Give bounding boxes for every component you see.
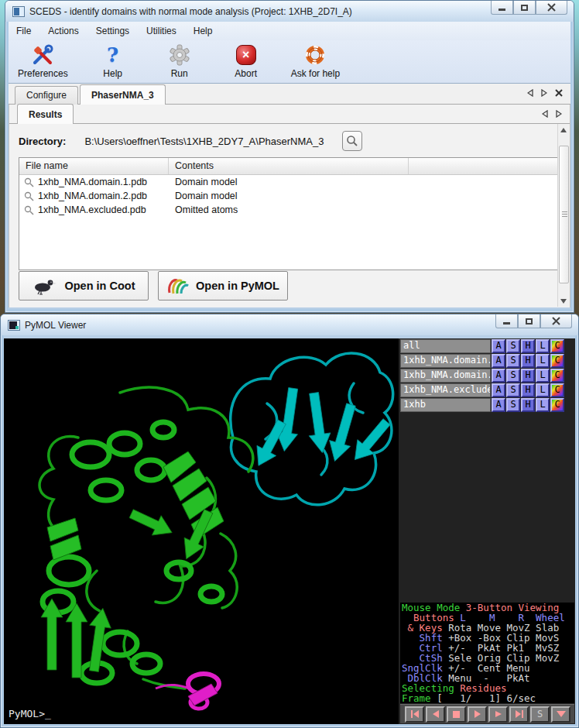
label-button[interactable]: L (536, 383, 550, 397)
protein-ribbon-scene (4, 338, 399, 724)
abort-button[interactable]: × Abort (224, 43, 268, 79)
tools-icon (31, 43, 54, 67)
ask-for-help-button[interactable]: Ask for help (291, 43, 340, 79)
browse-directory-button[interactable] (342, 131, 362, 151)
lifering-icon (304, 44, 326, 66)
action-button[interactable]: A (492, 354, 505, 368)
object-name[interactable]: 1xhb_NMA.exclude (400, 383, 491, 397)
play-button[interactable] (468, 706, 487, 723)
object-name[interactable]: 1xhb_NMA.domain. (400, 369, 491, 383)
action-button[interactable]: A (492, 383, 505, 397)
subtabstrip: Results (9, 105, 570, 124)
object-name[interactable]: 1xhb_NMA.domain. (400, 354, 491, 368)
results-panel: Results Directory: B:\Users\oeffner\Test… (9, 105, 570, 307)
show-button[interactable]: S (506, 398, 520, 412)
hide-button[interactable]: H (521, 354, 535, 368)
menu-actions[interactable]: Actions (48, 26, 78, 36)
label-button[interactable]: L (536, 354, 550, 368)
menu-toggle-button[interactable] (551, 706, 570, 723)
color-button[interactable]: C (550, 398, 564, 412)
directory-path: B:\Users\oeffner\Tests\1XHB_2DY7_A\Phase… (84, 136, 324, 147)
close-button[interactable] (536, 1, 567, 15)
pymol-client: PyMOL>_ all A S H L C 1xhb_NMA.domain. A… (4, 338, 575, 724)
playback-bar: S (400, 704, 574, 723)
menu-utilities[interactable]: Utilities (146, 26, 176, 36)
maximize-button[interactable] (513, 1, 536, 15)
show-button[interactable]: S (506, 339, 520, 353)
help-button[interactable]: ? Help (91, 43, 135, 79)
help-label: Help (103, 68, 122, 79)
tab-scroll-left-icon[interactable] (527, 89, 533, 97)
pymol-window: PyMOL Viewer (0, 314, 579, 728)
run-button[interactable]: Run (158, 43, 201, 79)
subtab-scroll-left-icon[interactable] (542, 110, 548, 118)
pymol-close-button[interactable] (540, 314, 572, 328)
hide-button[interactable]: H (521, 383, 535, 397)
color-button[interactable]: C (550, 339, 564, 353)
object-row: 1xhb A S H L C (400, 398, 574, 412)
preferences-button[interactable]: Preferences (18, 43, 68, 79)
pymol-window-icon (8, 320, 20, 331)
pymol-maximize-button[interactable] (518, 314, 540, 328)
skip-end-icon (515, 710, 524, 718)
action-button[interactable]: A (492, 369, 505, 383)
tab-phasernma3[interactable]: PhaserNMA_3 (80, 84, 166, 105)
label-button[interactable]: L (536, 398, 550, 412)
show-button[interactable]: S (506, 354, 520, 368)
sceds-titlebar[interactable]: SCEDS - identify domains with normal mod… (5, 1, 574, 22)
file-contents: Omitted atoms (169, 204, 409, 215)
toolbar: Preferences ? Help Run × (9, 40, 570, 84)
table-row[interactable]: 1xhb_NMA.domain.2.pdb Domain model (19, 189, 560, 203)
step-forward-button[interactable] (488, 706, 508, 723)
hide-button[interactable]: H (521, 369, 535, 383)
scrollbar-thumb[interactable] (559, 146, 569, 283)
object-row: 1xhb_NMA.domain. A S H L C (400, 369, 574, 383)
action-button[interactable]: A (492, 339, 505, 353)
minimize-button[interactable] (491, 1, 513, 15)
step-back-button[interactable] (426, 706, 445, 723)
object-name[interactable]: all (400, 339, 491, 353)
protein-ribbon-cyan (231, 353, 393, 505)
show-button[interactable]: S (506, 383, 520, 397)
menu-file[interactable]: File (16, 26, 31, 36)
coot-bird-icon (32, 276, 58, 295)
open-in-pymol-button[interactable]: Open in PyMOL (158, 271, 288, 300)
pymol-viewport[interactable]: PyMOL>_ (4, 338, 399, 724)
subtab-scroll-right-icon[interactable] (556, 110, 562, 118)
color-button[interactable]: C (550, 383, 564, 397)
color-button[interactable]: C (550, 354, 564, 368)
label-button[interactable]: L (536, 339, 550, 353)
show-button[interactable]: S (506, 369, 520, 383)
go-to-start-button[interactable] (405, 706, 424, 723)
stop-button[interactable] (447, 706, 466, 723)
tab-scroll-right-icon[interactable] (541, 89, 547, 97)
hide-button[interactable]: H (521, 398, 535, 412)
close-icon (547, 3, 556, 12)
scroll-down-icon[interactable] (560, 299, 567, 304)
open-in-coot-button[interactable]: Open in Coot (19, 271, 149, 300)
tab-configure[interactable]: Configure (15, 86, 78, 105)
column-contents[interactable]: Contents (169, 158, 409, 174)
menu-settings[interactable]: Settings (96, 26, 129, 36)
pymol-prompt[interactable]: PyMOL>_ (9, 708, 51, 719)
label-button[interactable]: L (536, 369, 550, 383)
color-button[interactable]: C (550, 369, 564, 383)
tab-results[interactable]: Results (17, 104, 74, 124)
object-row: all A S H L C (400, 339, 574, 353)
tab-close-icon[interactable] (555, 89, 563, 97)
table-row[interactable]: 1xhb_NMA.domain.1.pdb Domain model (19, 175, 560, 189)
go-to-end-button[interactable] (509, 706, 529, 723)
table-row[interactable]: 1xhb_NMA.excluded.pdb Omitted atoms (19, 203, 560, 217)
menu-help[interactable]: Help (194, 26, 213, 36)
column-file-name[interactable]: File name (19, 158, 169, 174)
stop-icon (453, 711, 460, 718)
pymol-titlebar[interactable]: PyMOL Viewer (1, 314, 578, 335)
pymol-minimize-button[interactable] (495, 314, 518, 328)
scene-button[interactable]: S (530, 706, 550, 723)
vertical-scrollbar[interactable] (557, 124, 569, 307)
object-name[interactable]: 1xhb (400, 398, 491, 412)
hide-button[interactable]: H (521, 339, 535, 353)
scroll-up-icon[interactable] (560, 128, 567, 132)
object-row: 1xhb_NMA.domain. A S H L C (400, 354, 574, 368)
action-button[interactable]: A (492, 398, 505, 412)
